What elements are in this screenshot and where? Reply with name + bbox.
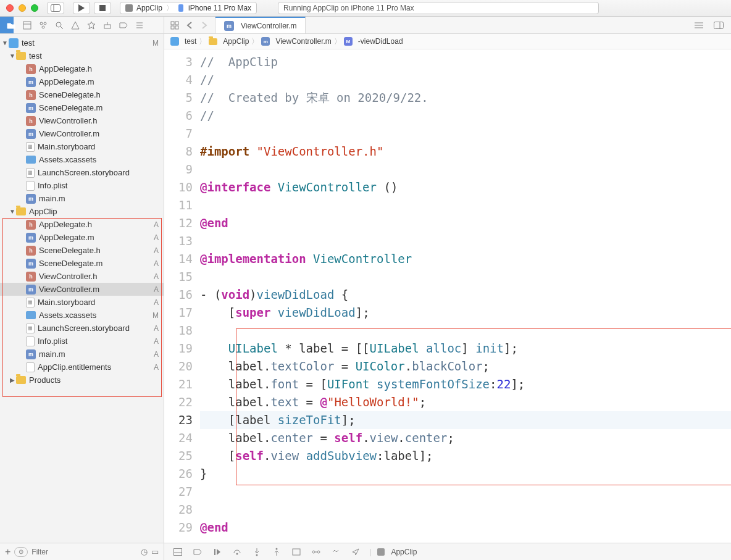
symbol-navigator-icon[interactable] bbox=[36, 18, 51, 33]
editor-options-icon[interactable] bbox=[691, 18, 706, 33]
breakpoints-toggle-icon[interactable] bbox=[190, 545, 205, 559]
tree-row[interactable]: ▦ Main.storyboard bbox=[0, 140, 164, 153]
tree-row[interactable]: ▦ Main.storyboard A bbox=[0, 296, 164, 309]
scope-button[interactable]: ⊙ bbox=[14, 547, 28, 557]
location-icon[interactable] bbox=[348, 545, 363, 559]
disclosure-triangle[interactable]: ▼ bbox=[9, 52, 16, 59]
tree-row[interactable]: ▼ test M bbox=[0, 36, 164, 49]
editor-tab[interactable]: m ViewController.m bbox=[215, 17, 306, 33]
tree-row[interactable]: h AppDelegate.h A bbox=[0, 218, 164, 231]
svg-rect-21 bbox=[171, 22, 174, 25]
line-gutter: 3456789101112131415161718192021222324252… bbox=[164, 53, 200, 537]
add-button[interactable]: + bbox=[5, 546, 10, 558]
back-button[interactable] bbox=[183, 18, 196, 33]
tree-row[interactable]: h AppDelegate.h bbox=[0, 62, 164, 75]
svg-rect-4 bbox=[125, 4, 133, 12]
recent-filter-icon[interactable]: ◷ bbox=[141, 547, 148, 556]
panel-toggle-button[interactable] bbox=[47, 2, 64, 14]
environment-icon[interactable] bbox=[328, 545, 343, 559]
stop-button[interactable] bbox=[94, 2, 111, 14]
debug-scheme-label[interactable]: AppClip bbox=[391, 548, 417, 556]
forward-button[interactable] bbox=[198, 18, 211, 33]
code-editor[interactable]: 3456789101112131415161718192021222324252… bbox=[164, 49, 731, 543]
source-control-navigator-icon[interactable] bbox=[20, 18, 35, 33]
test-navigator-icon[interactable] bbox=[84, 18, 99, 33]
svg-point-37 bbox=[256, 554, 258, 556]
tree-label: test bbox=[22, 38, 35, 48]
disclosure-triangle[interactable]: ▼ bbox=[9, 208, 16, 215]
tree-row[interactable]: ▼ AppClip bbox=[0, 205, 164, 218]
continue-icon[interactable] bbox=[210, 545, 225, 559]
adjust-editor-icon[interactable] bbox=[711, 18, 726, 33]
tree-row[interactable]: h SceneDelegate.h A bbox=[0, 244, 164, 257]
minimize-window-button[interactable] bbox=[19, 4, 26, 12]
tree-row[interactable]: h ViewController.h bbox=[0, 114, 164, 127]
h-file-icon: h bbox=[26, 116, 36, 126]
plist-icon bbox=[26, 336, 35, 346]
tree-row[interactable]: m SceneDelegate.m bbox=[0, 101, 164, 114]
assets-icon bbox=[26, 311, 36, 319]
tree-label: Products bbox=[29, 375, 61, 385]
tree-label: SceneDelegate.m bbox=[39, 103, 102, 112]
tree-row[interactable]: m AppDelegate.m A bbox=[0, 231, 164, 244]
tree-row[interactable]: ▦ LaunchScreen.storyboard bbox=[0, 166, 164, 179]
issue-navigator-icon[interactable] bbox=[68, 18, 83, 33]
scm-badge: A bbox=[154, 259, 159, 268]
zoom-window-button[interactable] bbox=[31, 4, 38, 12]
tree-row[interactable]: ▼ test bbox=[0, 49, 164, 62]
breadcrumb-item[interactable]: AppClip bbox=[223, 37, 249, 46]
close-window-button[interactable] bbox=[6, 4, 14, 12]
tree-row[interactable]: h SceneDelegate.h bbox=[0, 88, 164, 101]
run-button[interactable] bbox=[73, 2, 90, 14]
disclosure-triangle[interactable]: ▼ bbox=[1, 40, 9, 46]
scm-badge: A bbox=[154, 285, 159, 294]
svg-rect-0 bbox=[51, 5, 61, 12]
breadcrumb-item[interactable]: -viewDidLoad bbox=[358, 37, 403, 46]
step-out-icon[interactable] bbox=[269, 545, 284, 559]
disclosure-triangle[interactable]: ▶ bbox=[9, 377, 16, 383]
project-icon bbox=[170, 37, 179, 46]
tree-row[interactable]: m ViewController.m A bbox=[0, 283, 164, 296]
hide-debug-icon[interactable] bbox=[170, 545, 185, 559]
tree-label: AppDelegate.h bbox=[39, 220, 92, 229]
tree-row[interactable]: m SceneDelegate.m A bbox=[0, 257, 164, 270]
debug-navigator-icon[interactable] bbox=[100, 18, 115, 33]
tree-label: AppClip.entitlements bbox=[38, 362, 111, 372]
related-items-icon[interactable] bbox=[168, 18, 182, 33]
scm-filter-icon[interactable]: ▭ bbox=[151, 547, 159, 556]
step-into-icon[interactable] bbox=[249, 545, 264, 559]
scheme-selector[interactable]: AppClip 〉 iPhone 11 Pro Max bbox=[120, 2, 257, 14]
m-file-icon: m bbox=[26, 103, 36, 113]
tree-row[interactable]: m ViewController.m bbox=[0, 127, 164, 140]
step-over-icon[interactable] bbox=[230, 545, 244, 559]
filter-input[interactable] bbox=[31, 548, 137, 556]
code-lines[interactable]: // AppClip//// Created by 宋卓 on 2020/9/2… bbox=[200, 53, 731, 537]
svg-point-35 bbox=[236, 553, 238, 554]
tree-row[interactable]: Info.plist A bbox=[0, 335, 164, 348]
breadcrumb-item[interactable]: test bbox=[185, 37, 196, 46]
tree-row[interactable]: AppClip.entitlements A bbox=[0, 361, 164, 374]
tree-row[interactable]: Info.plist bbox=[0, 179, 164, 192]
tree-row[interactable]: ▶ Products bbox=[0, 374, 164, 387]
scm-badge: A bbox=[154, 272, 159, 281]
find-navigator-icon[interactable] bbox=[52, 18, 67, 33]
tree-row[interactable]: ▦ LaunchScreen.storyboard A bbox=[0, 322, 164, 335]
project-navigator-icon[interactable] bbox=[4, 18, 19, 33]
report-navigator-icon[interactable] bbox=[132, 18, 147, 33]
breadcrumb[interactable]: test 〉 AppClip 〉 m ViewController.m 〉 M … bbox=[164, 34, 731, 49]
debug-view-icon[interactable] bbox=[289, 545, 304, 559]
tree-row[interactable]: Assets.xcassets M bbox=[0, 309, 164, 322]
breadcrumb-item[interactable]: ViewController.m bbox=[275, 37, 331, 46]
m-file-icon: m bbox=[224, 21, 234, 31]
scm-badge: A bbox=[154, 298, 159, 307]
m-file-icon: m bbox=[26, 129, 36, 139]
tree-row[interactable]: Assets.xcassets bbox=[0, 153, 164, 166]
tree-row[interactable]: m main.m bbox=[0, 192, 164, 205]
tree-row[interactable]: m main.m A bbox=[0, 348, 164, 361]
tree-row[interactable]: h ViewController.h A bbox=[0, 270, 164, 283]
breakpoint-navigator-icon[interactable] bbox=[116, 18, 131, 33]
memory-graph-icon[interactable] bbox=[309, 545, 324, 559]
tree-row[interactable]: m AppDelegate.m bbox=[0, 75, 164, 88]
svg-rect-22 bbox=[175, 22, 178, 25]
folder-icon bbox=[209, 38, 217, 45]
